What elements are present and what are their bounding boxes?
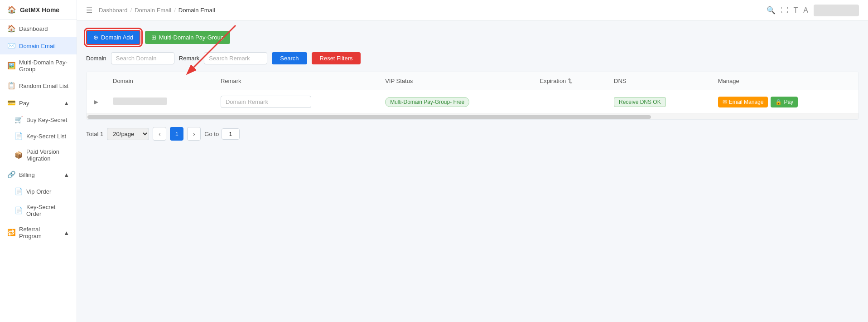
prev-page-button[interactable]: ‹ [153, 127, 166, 141]
expand-cell[interactable]: ▶ [87, 90, 106, 114]
pagination-total: Total 1 [86, 131, 103, 137]
sidebar-item-buy-key-secret-label: Buy Key-Secret [26, 117, 67, 123]
sidebar-section-pay[interactable]: 💳 Pay ▲ [0, 94, 77, 112]
sidebar-section-referral[interactable]: 🔁 Referral Program ▲ [0, 221, 77, 244]
sidebar-section-billing[interactable]: 🔗 Billing ▲ [0, 166, 77, 183]
plus-circle-icon: ⊕ [93, 34, 98, 41]
key-secret-list-icon: 📄 [14, 132, 23, 140]
paid-migration-icon: 📦 [14, 151, 23, 159]
sidebar: 🏠 GetMX Home 🏠 Dashboard ✉️ Domain Email… [0, 0, 77, 322]
sidebar-item-buy-key-secret[interactable]: 🛒 Buy Key-Secret [0, 112, 77, 128]
multi-domain-btn-icon: ⊞ [151, 34, 156, 41]
table-scroll-bar[interactable] [87, 115, 651, 119]
pagination: Total 1 10/page 20/page 50/page 100/page… [86, 127, 859, 141]
key-secret-order-icon: 📄 [14, 206, 23, 215]
main-wrapper: ☰ Dashboard / Domain Email / Domain Emai… [77, 0, 868, 322]
sidebar-item-multi-domain-label: Multi-Domain Pay-Group [19, 59, 69, 73]
multi-domain-btn-label: Multi-Domain Pay-Group [159, 34, 224, 41]
user-avatar[interactable] [814, 5, 859, 16]
buy-key-secret-icon: 🛒 [14, 116, 23, 124]
billing-icon: 🔗 [7, 171, 15, 179]
domain-table: Domain Remark VIP Status Expiration ⇅ DN… [87, 72, 858, 114]
vip-status-badge: Multi-Domain Pay-Group- Free [385, 97, 469, 107]
sidebar-item-multi-domain[interactable]: 🖼️ Multi-Domain Pay-Group [0, 54, 77, 77]
home-icon: 🏠 [7, 5, 16, 14]
lock-icon: 🔒 [775, 99, 782, 105]
manage-column-header: Manage [711, 72, 858, 90]
pay-button[interactable]: 🔒 Pay [771, 97, 798, 107]
sidebar-item-key-secret-list-label: Key-Secret List [26, 133, 66, 140]
breadcrumb-menu-icon[interactable]: ☰ [86, 6, 92, 15]
remark-filter-label: Remark [179, 55, 200, 62]
page-1-button[interactable]: 1 [170, 127, 183, 141]
reset-filters-button[interactable]: Reset Filters [312, 52, 361, 64]
chevron-up-icon: ▲ [63, 100, 69, 107]
sidebar-item-domain-email-label: Domain Email [19, 43, 56, 49]
next-page-button[interactable]: › [187, 127, 201, 141]
breadcrumb: ☰ Dashboard / Domain Email / Domain Emai… [86, 6, 215, 15]
sidebar-item-paid-version-migration[interactable]: 📦 Paid Version Migration [0, 144, 77, 166]
filter-bar: Domain Remark Search Reset Filters [86, 52, 859, 64]
text-size-icon[interactable]: T [794, 6, 798, 15]
multi-domain-pay-group-button[interactable]: ⊞ Multi-Domain Pay-Group [145, 31, 230, 44]
domain-search-input[interactable] [111, 52, 174, 64]
sidebar-section-referral-label: Referral Program [19, 226, 60, 239]
domain-add-button[interactable]: ⊕ Domain Add [86, 30, 140, 45]
sidebar-item-random-email-label: Random Email List [19, 83, 68, 89]
breadcrumb-dashboard[interactable]: Dashboard [99, 7, 128, 14]
search-button[interactable]: Search [272, 52, 307, 64]
sidebar-item-paid-migration-label: Paid Version Migration [26, 148, 69, 162]
expand-column-header [87, 72, 106, 90]
remark-input-field[interactable] [221, 96, 311, 108]
chevron-up-icon-billing: ▲ [63, 171, 69, 178]
breadcrumb-sep-2: / [174, 7, 176, 14]
remark-search-input[interactable] [204, 52, 267, 64]
breadcrumb-domain-email-1[interactable]: Domain Email [135, 7, 171, 14]
pay-icon: 💳 [7, 99, 15, 107]
email-icon: ✉ [723, 99, 727, 105]
table-scroll-area[interactable] [87, 114, 858, 119]
sidebar-section-pay-label: Pay [19, 100, 29, 107]
sidebar-item-vip-order[interactable]: 📄 Vip Order [0, 183, 77, 200]
remark-column-header: Remark [213, 72, 378, 90]
vip-order-icon: 📄 [14, 187, 23, 195]
domain-cell [106, 90, 213, 114]
goto-label: Go to [204, 131, 219, 137]
sidebar-item-key-secret-order-label: Key-Secret Order [26, 204, 69, 217]
referral-icon: 🔁 [7, 229, 15, 237]
goto-input[interactable] [222, 128, 240, 140]
table-row: ▶ Multi-Domain Pay-Group- Free [87, 90, 858, 114]
topbar: ☰ Dashboard / Domain Email / Domain Emai… [77, 0, 868, 21]
remark-cell[interactable] [213, 90, 378, 114]
manage-actions: ✉ Email Manage 🔒 Pay [718, 97, 851, 107]
expiration-cell [533, 90, 607, 114]
page-size-select[interactable]: 10/page 20/page 50/page 100/page [107, 128, 149, 140]
expiration-column-header[interactable]: Expiration ⇅ [533, 72, 607, 90]
sidebar-item-dashboard[interactable]: 🏠 Dashboard [0, 20, 77, 37]
manage-cell: ✉ Email Manage 🔒 Pay [711, 90, 858, 114]
domain-column-header: Domain [106, 72, 213, 90]
content-area: ⊕ Domain Add ⊞ Multi-Domain Pay-Group Do… [77, 21, 868, 322]
search-icon[interactable]: 🔍 [767, 6, 776, 15]
email-manage-label: Email Manage [729, 99, 764, 105]
row-expand-icon[interactable]: ▶ [94, 98, 98, 105]
table-header-row: Domain Remark VIP Status Expiration ⇅ DN… [87, 72, 858, 90]
expand-icon[interactable]: ⛶ [781, 6, 788, 15]
domain-filter-label: Domain [86, 55, 106, 62]
action-bar: ⊕ Domain Add ⊞ Multi-Domain Pay-Group [86, 30, 859, 45]
sidebar-item-random-email[interactable]: 📋 Random Email List [0, 77, 77, 94]
vip-status-cell: Multi-Domain Pay-Group- Free [378, 90, 532, 114]
sidebar-item-domain-email[interactable]: ✉️ Domain Email [0, 37, 77, 54]
sidebar-item-vip-order-label: Vip Order [26, 188, 51, 195]
email-manage-button[interactable]: ✉ Email Manage [718, 97, 768, 107]
sidebar-item-key-secret-list[interactable]: 📄 Key-Secret List [0, 128, 77, 144]
translate-icon[interactable]: A [803, 6, 808, 15]
sidebar-section-billing-label: Billing [19, 171, 35, 178]
sidebar-item-key-secret-order[interactable]: 📄 Key-Secret Order [0, 200, 77, 221]
dns-column-header: DNS [607, 72, 711, 90]
sidebar-logo[interactable]: 🏠 GetMX Home [0, 0, 77, 20]
random-email-icon: 📋 [7, 82, 15, 90]
sidebar-logo-label: GetMX Home [20, 6, 59, 14]
breadcrumb-domain-email-2: Domain Email [178, 7, 215, 14]
dns-status-badge: Receive DNS OK [614, 97, 666, 107]
